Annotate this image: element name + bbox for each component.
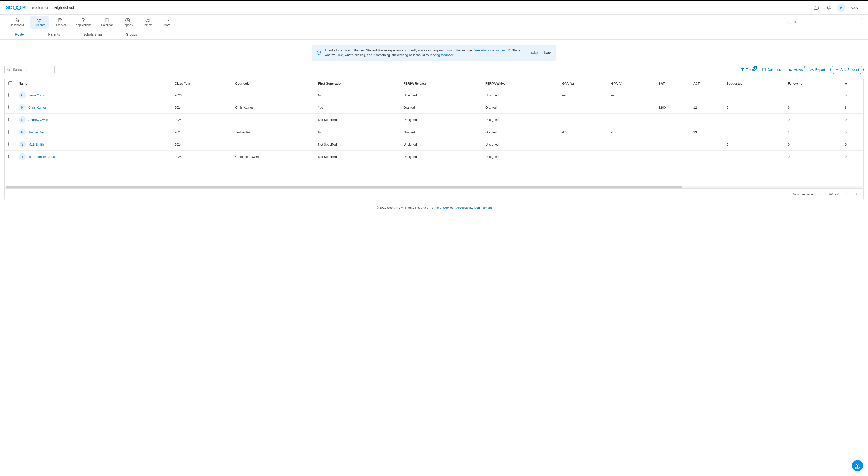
nav-item-dashboard[interactable]: Dashboard	[6, 16, 28, 29]
cell-first-gen: No	[316, 126, 401, 138]
terms-link[interactable]: Terms of Service	[430, 206, 454, 209]
logo[interactable]: SCIR	[6, 5, 27, 11]
columns-icon	[762, 68, 766, 72]
cell-suggested: 6	[724, 101, 785, 114]
cell-gpa-w: —	[560, 101, 609, 114]
cell-following: 0	[785, 138, 843, 151]
app-header: SCIR Scoir Internal High School A Abby	[0, 1, 868, 14]
page-footer: © 2023 Scoir, Inc All Rights Reserved. T…	[0, 200, 868, 215]
prev-page-button[interactable]	[843, 191, 849, 197]
col-header[interactable]: SAT	[656, 78, 691, 89]
banner-link-feedback[interactable]: leaving feedback	[430, 53, 454, 57]
svg-text:IR: IR	[21, 5, 26, 10]
nav-item-label: Discover	[55, 24, 66, 27]
col-header[interactable]: Following	[785, 78, 843, 89]
info-banner: Thanks for exploring the new Student Ros…	[312, 44, 556, 61]
school-name: Scoir Internal High School	[32, 6, 74, 10]
cell-a: 0	[843, 114, 863, 126]
col-header[interactable]: FERPA Waiver	[483, 78, 560, 89]
student-name-link[interactable]: Dana Cook	[28, 93, 44, 97]
cell-act	[691, 114, 724, 126]
views-button[interactable]: Views	[786, 66, 805, 73]
col-header[interactable]: FERPA Release	[401, 78, 483, 89]
cell-sat	[656, 126, 691, 138]
cell-gpa-u: —	[609, 151, 656, 163]
tab-parents[interactable]: Parents	[37, 30, 71, 39]
student-name-link[interactable]: MLS Smith	[28, 143, 44, 146]
table-row: RTushar Rai2024Tushar RaiNoGrantedGrante…	[5, 126, 863, 138]
check-circle-icon	[316, 50, 321, 55]
user-name-label: Abby	[850, 6, 858, 10]
messages-icon[interactable]	[813, 4, 820, 11]
col-header[interactable]: First Generation	[316, 78, 401, 89]
row-checkbox[interactable]	[8, 142, 12, 146]
cell-gpa-u: —	[609, 138, 656, 151]
row-checkbox[interactable]	[8, 93, 12, 97]
student-avatar: T	[19, 153, 26, 160]
nav-item-applications[interactable]: Applications	[72, 16, 95, 29]
cell-suggested: 0	[724, 151, 785, 163]
columns-button[interactable]: Columns	[760, 66, 783, 73]
table-row: SMLS Smith2024Not SpecifiedUnsignedUnsig…	[5, 138, 863, 151]
tab-roster[interactable]: Roster	[3, 30, 37, 39]
nav-item-students[interactable]: Students	[30, 16, 49, 29]
nav-item-comms[interactable]: Comms	[138, 16, 156, 29]
col-header[interactable]: GPA (u)	[609, 78, 656, 89]
doc-icon	[82, 18, 86, 23]
roster-search-input[interactable]	[4, 66, 55, 74]
banner-link-coming-soon[interactable]: see what's coming soon!	[475, 48, 509, 52]
next-page-button[interactable]	[853, 191, 860, 197]
cell-class-year: 2026	[172, 89, 233, 101]
people-icon	[37, 18, 42, 23]
table-row: OAndrew Owen2024Not SpecifiedUnsignedUns…	[5, 114, 863, 126]
row-checkbox[interactable]	[8, 117, 12, 122]
cell-counselor	[233, 89, 316, 101]
pie-icon	[125, 18, 130, 23]
student-name-link[interactable]: Chris Karnes	[28, 106, 46, 109]
nav-item-more[interactable]: More	[158, 16, 176, 29]
student-name-link[interactable]: Terraform TestStudent	[28, 155, 59, 159]
col-header[interactable]: Counselor	[233, 78, 316, 89]
col-header[interactable]: GPA (w)	[560, 78, 609, 89]
user-menu[interactable]: Abby	[849, 6, 862, 10]
accessibility-link[interactable]: Accessibility Commitment	[456, 206, 492, 209]
tab-groups[interactable]: Groups	[114, 30, 149, 39]
svg-point-28	[790, 69, 792, 71]
cell-sat	[656, 138, 691, 151]
cell-ferpa-release: Unsigned	[401, 151, 483, 163]
table-row: CDana Cook2026NoUnsignedUnsigned——040	[5, 89, 863, 101]
nav-item-discover[interactable]: Discover	[51, 16, 70, 29]
col-header[interactable]: Name↑	[16, 78, 172, 89]
user-avatar[interactable]: A	[837, 4, 845, 12]
student-name-link[interactable]: Tushar Rai	[28, 130, 43, 134]
tab-scholarships[interactable]: Scholarships	[71, 30, 114, 39]
nav-item-reports[interactable]: Reports	[119, 16, 136, 29]
filters-button[interactable]: Filters 1	[738, 66, 757, 73]
filters-count-badge: 1	[753, 66, 757, 70]
nav-item-label: Comms	[143, 24, 152, 27]
cell-first-gen: Yes	[316, 101, 401, 114]
take-me-back-button[interactable]: Take me back	[531, 51, 552, 55]
roster-table: Name↑Class YearCounselorFirst Generation…	[4, 78, 864, 200]
cell-ferpa-waiver: Unsigned	[483, 114, 560, 126]
rows-per-page-select[interactable]: 50	[817, 193, 825, 196]
cell-suggested: 0	[724, 89, 785, 101]
logo-icon: SCIR	[6, 5, 27, 11]
cell-ferpa-waiver: Unsigned	[483, 138, 560, 151]
cell-a: 0	[843, 126, 863, 138]
col-header[interactable]: A	[843, 78, 863, 89]
nav-item-calendar[interactable]: Calendar	[97, 16, 117, 29]
row-checkbox[interactable]	[8, 105, 12, 109]
select-all-checkbox[interactable]	[8, 81, 12, 85]
student-name-link[interactable]: Andrew Owen	[28, 118, 48, 122]
horizontal-scrollbar[interactable]	[6, 186, 862, 188]
col-header[interactable]: Suggested	[724, 78, 785, 89]
col-header[interactable]: ACT	[691, 78, 724, 89]
row-checkbox[interactable]	[8, 130, 12, 134]
export-button[interactable]: Export	[808, 66, 827, 73]
col-header[interactable]: Class Year	[172, 78, 233, 89]
notifications-icon[interactable]	[825, 4, 833, 11]
global-search-input[interactable]	[785, 18, 862, 26]
add-student-button[interactable]: Add Student	[831, 66, 864, 74]
row-checkbox[interactable]	[8, 155, 12, 159]
